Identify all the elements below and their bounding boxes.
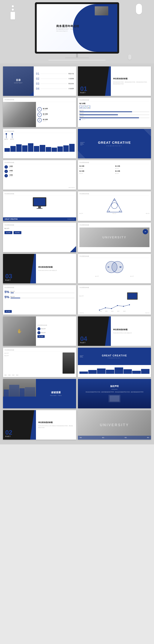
col-title-1: 输入标题 [79,165,114,167]
part3-title: 单击添加您的标题 [38,266,74,268]
slide-header-4: 单击查看您的标题 [4,162,75,164]
tri-label-2: 输入文字 [113,213,116,214]
nav-1: 概述 [4,374,7,376]
hand-text-1: 输入文字 [41,328,46,330]
action-btn[interactable]: 输入按钮 [4,310,12,313]
nav-overlay-3: 概述 [125,437,127,438]
row-part2: 02 PART 单击添加您的标题 PLANS AND DETAILS.LINE … [3,410,151,440]
part1-label: PART [80,92,109,94]
toc-item-1: 01 商业计划 [36,72,74,76]
svg-text:02: 02 [108,210,110,212]
slide-progress-chart: 单击查看您的标题 输入标题 🏞 🔗 📊 输入文字 输入文字 [78,98,151,127]
list-text-3: 输入文字 [9,176,13,177]
dark-text-2: 输入文字 [4,355,61,356]
great-creative-sub-label: POWERPOINT [67,218,75,220]
icon-label-1: 输入标题 [43,108,48,110]
enter-btn-1[interactable]: 输入按钮 [4,231,12,234]
svg-text:W: W [119,266,122,268]
svg-point-13 [123,306,124,307]
nav-overlay-4: 概述 [147,437,149,438]
row-1: 目录 CONTENT 01 商业计划 02 [3,66,151,96]
icon-text-3: 输入文字 [43,120,48,122]
part2-title: 单击添加您的标题 [38,421,74,424]
list-item-2: 2 小标题 输入文字 [4,170,75,173]
pin-text-1: 输入文字 [4,138,8,140]
slide-header-7: 单击查看您的标题 [79,193,150,195]
icon-text-1: 输入文字 [43,110,48,111]
slide-gc-chart: GREAT CREATIVE POWERPOINT [78,348,151,377]
row-11: 谢谢观看 THANK YOU 版权声明 请在此处添加版权声明文字内容，版权所属及… [3,379,151,408]
dark-text-1: 输入文字 [4,352,61,354]
hand-btn[interactable]: 输入按钮 [37,335,45,338]
hero-section: 商务通用年终总结 POWERPOINT TEMPLATE Work Intern… [0,0,154,64]
row-2: 单击查看您的标题 ① 输入标题 输入文字 [3,98,151,127]
part4-num: 04 [80,336,109,342]
venn-label-1: 输入文字 [95,276,99,277]
slide-line-chart: 单击查看您的标题 输入文字 [78,285,151,314]
slide-header-10: 单击查看您的标题 [79,256,150,258]
part4-slide: 04 PART 单击添加您的标题 PLANS AND DETAILS.LINE … [78,316,151,346]
slide-triangle: 单击查看您的标题 01 02 03 输入文字 [78,192,151,221]
slide-input-btn: 单击查看您的标题 输入文字 输入按钮 输入按钮 [3,223,76,252]
slide-venn: 单击查看您的标题 O W 输入文字 输入文字 [78,254,151,283]
stat-row-2: 5% 输入文字 [4,295,75,299]
icon-img: 🏞 [79,106,82,108]
part3-label: PART [5,280,34,281]
list-label-2: 小标题 [9,170,13,172]
progress-label-2: 输入文字 [79,113,150,114]
enter-btn-2[interactable]: 输入按钮 [13,231,21,234]
hand-text-2: 输入文字 [41,332,46,334]
part2-body: PLANS AND DETAILS.LINE 对您的公司.请在此处添加文字内容，… [38,425,74,428]
slide-header-6: 单击查看您的标题 [4,193,75,195]
slide-header-8: 单击查看您的标题 [4,224,75,226]
nav-2: 概述 [8,374,10,376]
great-creative-label: GREAT CREATIVE [4,218,18,220]
slide-header-9: 单击查看您的标题 [79,224,150,226]
tri-label-3: 输入文字 [146,213,150,214]
copyright-title: 版权声明 [110,385,119,388]
list-label-3: 小标题 [9,174,13,176]
slide-university-full: UNIVERSITY 概述 概述 概述 概述 [78,410,151,440]
stat-row-1: 5% 输入文字 [4,290,75,294]
svg-text:2017: 2017 [117,311,120,312]
triangle-diagram: 01 02 03 [106,198,123,213]
part2-label: PART [5,436,34,437]
row-7: 03 PART 单击添加您的标题 PLANS AND DETAILS.LINE … [3,254,151,283]
tri-label-1: 输入文字 [79,213,83,214]
row-9: ✋ 单击查看您的标题 ↗ 输入文字 ↗ 输入文字 [3,316,151,346]
pin-text-2: 输入文字 [10,138,14,140]
slide-bar-chart: 单击查看您的标题 输入文字 输入文字 [3,129,76,158]
slide-header-11: 单击查看您的标题 [4,287,75,289]
university-text: UNIVERSITY [102,236,127,239]
col-text-4: 输入文字 [115,173,150,174]
nav-3: 概述 [12,374,14,376]
slide-header-2: 单击查看您的标题 [79,99,150,102]
col-text-3: 输入文字 [115,168,150,170]
slide-great-creative-1: GREAT CREATIVE POWERPOINT [78,129,151,158]
line-chart-svg: 2014 2015 2016 2017 2018 [79,303,150,312]
hero-title: 商务通用年终总结 [56,24,79,28]
row-4: 单击查看您的标题 1 小标题 输入文字 2 小标题 输入文字 [3,160,151,190]
thankyou-main: 谢谢观看 [51,391,61,394]
col-title-2: 输入标题 [79,170,114,172]
list-item-3: 3 小标题 输入文字 [4,174,75,178]
part1-slide: 01 PART 单击添加您的标题 请在此处添加文字内容，请在此处添加文字内容，请… [78,66,151,96]
svg-text:03: 03 [119,210,120,212]
slide-header-5: 单击查看您的标题 [79,162,150,164]
slide-mac: 单击查看您的标题 GREAT CREATIVE POWERPOINT [3,192,76,221]
svg-text:O: O [108,266,109,268]
hero-desc: Work Internet Report 20 [56,30,79,32]
svg-text:2018: 2018 [123,311,126,312]
slides-section: 目录 CONTENT 01 商业计划 02 [0,64,154,444]
slide-stats: 单击查看您的标题 5% 输入文字 5% 输入文字 [3,285,76,314]
venn-label-2: 输入文字 [130,276,134,277]
list-label-1: 小标题 [9,166,13,167]
thankyou-sub: THANK YOU [50,395,62,396]
list-item-1: 1 小标题 输入文字 [4,165,75,168]
input-title-label: 输入标题 [79,102,150,104]
legend-label: 输入文字 [82,119,85,120]
svg-point-11 [111,308,112,309]
col-title-4: 输入标题 [115,170,150,172]
slide-header-3: 单击查看您的标题 [4,130,75,133]
toc-title: 目录 [16,79,21,82]
